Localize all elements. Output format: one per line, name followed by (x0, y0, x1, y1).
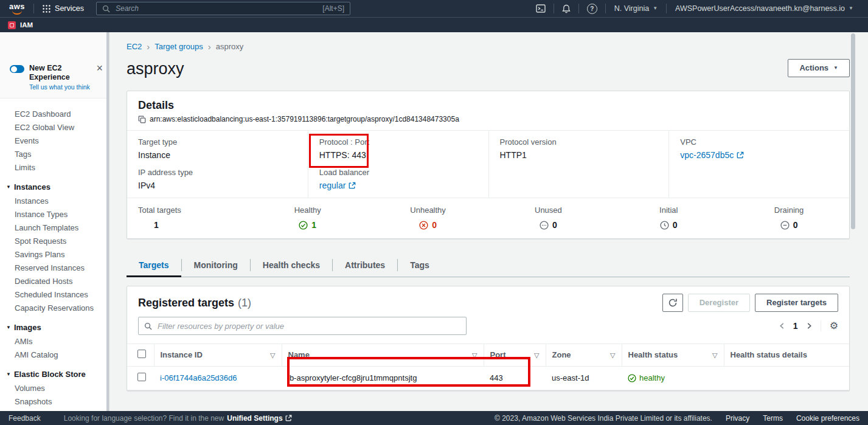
instance-id-link[interactable]: i-06f1744a6a25d36d6 (160, 373, 237, 382)
aws-logo-text: aws (9, 3, 25, 10)
gear-icon[interactable]: ⚙ (830, 321, 838, 331)
sidebar-item-capacity-reservations[interactable]: Capacity Reservations (0, 301, 109, 314)
aws-smile-icon (12, 10, 22, 15)
load-balancer-link[interactable]: regular (319, 179, 356, 192)
tab-tags[interactable]: Tags (398, 254, 442, 277)
external-link-icon (285, 415, 292, 421)
sort-filter-icon[interactable]: ▽ (712, 350, 717, 360)
search-input[interactable] (114, 4, 318, 13)
sidebar-item-instance-types[interactable]: Instance Types (0, 207, 109, 221)
chevron-right-icon[interactable] (807, 322, 812, 330)
divider (821, 320, 821, 331)
chevron-left-icon[interactable] (779, 322, 785, 330)
feedback-link[interactable]: Feedback (9, 414, 41, 423)
sidebar-header: New EC2 Experience Tell us what you thin… (0, 32, 109, 98)
tab-bar: Targets Monitoring Health checks Attribu… (127, 254, 850, 277)
breadcrumb-target-groups[interactable]: Target groups (155, 42, 203, 52)
breadcrumb-separator: › (208, 43, 211, 51)
sidebar-item-instances[interactable]: Instances (0, 194, 109, 207)
breadcrumb-ec2[interactable]: EC2 (127, 42, 142, 52)
favorite-service-iam[interactable]: IAM (20, 21, 33, 29)
sidebar-section-elastic-block-store[interactable]: ▼ Elastic Block Store (0, 367, 109, 381)
top-navbar: aws Services [Alt+S] ? N. Virginia (0, 0, 868, 17)
services-menu[interactable]: Services (34, 4, 92, 13)
sidebar-nav: EC2 Dashboard EC2 Global View Events Tag… (0, 107, 109, 408)
stat-total-targets: Total targets 1 (127, 206, 248, 230)
registered-targets-title: Registered targets (138, 296, 234, 309)
healthy-icon (628, 374, 636, 382)
sidebar-item-volumes[interactable]: Volumes (0, 381, 109, 395)
account-menu[interactable]: AWSPowerUserAccess/navaneeth.kn@harness.… (667, 4, 862, 13)
sidebar-scrollbar[interactable] (106, 32, 109, 411)
stat-unused: Unused 0 (488, 206, 608, 230)
copyright-text: © 2023, Amazon Web Services India Privat… (495, 414, 712, 423)
sidebar-item-ami-catalog[interactable]: AMI Catalog (0, 348, 109, 361)
sort-filter-icon[interactable]: ▽ (270, 350, 275, 360)
page-scrollbar[interactable] (851, 33, 855, 229)
sidebar-item-scheduled-instances[interactable]: Scheduled Instances (0, 288, 109, 301)
sidebar-item-amis[interactable]: AMIs (0, 334, 109, 348)
table-header-row: Instance ID▽ Name▽ Port▽ Zone▽ Health st… (127, 344, 849, 367)
sort-filter-icon[interactable]: ▽ (610, 350, 615, 360)
column-header-name: Name (288, 350, 310, 360)
vpc-link[interactable]: vpc-2657db5c (680, 149, 744, 161)
tell-us-link[interactable]: Tell us what you think (29, 83, 91, 91)
sidebar-section-images[interactable]: ▼ Images (0, 320, 109, 334)
tab-targets[interactable]: Targets (127, 254, 181, 277)
cookie-preferences-link[interactable]: Cookie preferences (796, 414, 859, 423)
sort-filter-icon[interactable]: ▽ (472, 350, 477, 360)
sidebar-section-instances[interactable]: ▼ Instances (0, 180, 109, 194)
sidebar-item-savings-plans[interactable]: Savings Plans (0, 247, 109, 261)
initial-icon (660, 221, 669, 230)
tab-monitoring[interactable]: Monitoring (182, 254, 250, 277)
tab-attributes[interactable]: Attributes (333, 254, 397, 277)
app-root: aws Services [Alt+S] ? N. Virginia (0, 0, 868, 425)
unused-icon (540, 221, 549, 230)
region-selector[interactable]: N. Virginia ▼ (606, 4, 666, 13)
chevron-down-icon: ▼ (6, 325, 11, 330)
copy-icon[interactable] (138, 116, 146, 123)
tab-health-checks[interactable]: Health checks (251, 254, 332, 277)
terms-link[interactable]: Terms (763, 414, 783, 423)
global-search[interactable]: [Alt+S] (96, 2, 350, 15)
select-all-checkbox[interactable] (137, 350, 146, 358)
close-icon[interactable]: × (96, 64, 103, 73)
sidebar-item-limits[interactable]: Limits (0, 161, 109, 174)
targets-summary: Total targets 1 Healthy 1 Unhealthy (127, 198, 849, 238)
filter-search-icon (144, 322, 152, 330)
help-icon[interactable]: ? (579, 4, 605, 14)
table-row: i-06f1744a6a25d36d6 lb-asproxytyler-cfcg… (127, 367, 849, 390)
new-experience-toggle[interactable] (10, 65, 24, 73)
column-header-zone: Zone (552, 350, 571, 360)
privacy-link[interactable]: Privacy (726, 414, 749, 423)
refresh-button[interactable] (662, 294, 683, 312)
deregister-button[interactable]: Deregister (688, 294, 750, 312)
sidebar-item-spot-requests[interactable]: Spot Requests (0, 234, 109, 247)
filter-input[interactable] (156, 321, 460, 331)
sidebar-item-events[interactable]: Events (0, 134, 109, 147)
actions-button[interactable]: Actions ▼ (788, 59, 850, 77)
sidebar-item-launch-templates[interactable]: Launch Templates (0, 221, 109, 234)
sort-filter-icon[interactable]: ▽ (534, 350, 539, 360)
sidebar-item-reserved-instances[interactable]: Reserved Instances (0, 261, 109, 274)
field-protocol-port: Protocol : Port HTTPS: 443 (319, 137, 477, 161)
stat-draining: Draining 0 (729, 206, 849, 230)
filter-box[interactable] (138, 317, 467, 335)
sidebar-item-dedicated-hosts[interactable]: Dedicated Hosts (0, 274, 109, 288)
sidebar-item-ec2-dashboard[interactable]: EC2 Dashboard (0, 107, 109, 120)
field-vpc: VPC vpc-2657db5c (680, 137, 838, 161)
cell-health-details (724, 367, 849, 390)
breadcrumb: EC2 › Target groups › asproxy (127, 42, 850, 52)
sidebar-item-tags[interactable]: Tags (0, 147, 109, 161)
sidebar-item-snapshots[interactable]: Snapshots (0, 395, 109, 408)
sidebar-item-ec2-global-view[interactable]: EC2 Global View (0, 120, 109, 134)
register-targets-button[interactable]: Register targets (755, 294, 838, 312)
body-row: New EC2 Experience Tell us what you thin… (0, 32, 868, 411)
unified-settings-link[interactable]: Unified Settings (227, 414, 291, 423)
cloudshell-icon[interactable] (528, 4, 554, 13)
targets-table: Instance ID▽ Name▽ Port▽ Zone▽ Health st… (127, 344, 849, 390)
row-checkbox[interactable] (137, 373, 146, 381)
aws-logo[interactable]: aws (9, 3, 25, 15)
notifications-bell-icon[interactable] (554, 4, 578, 13)
page-number[interactable]: 1 (793, 321, 798, 331)
